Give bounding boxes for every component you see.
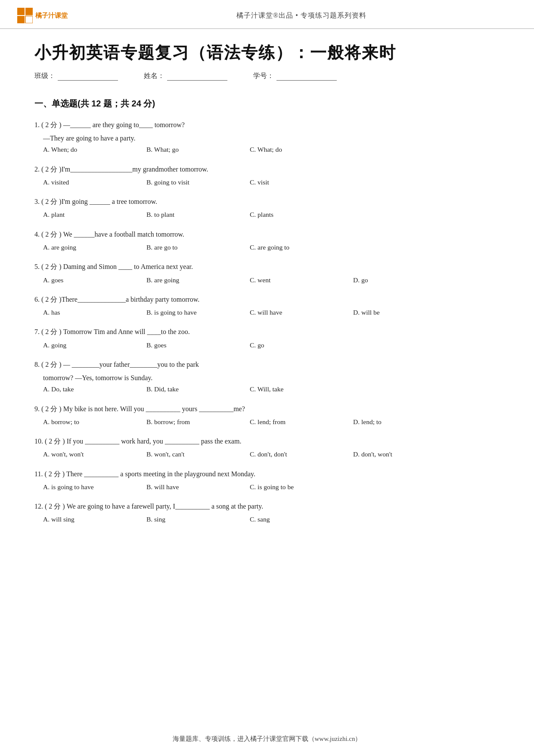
option-9-3: D. lend; to [353, 416, 439, 428]
options-row-5: A. goesB. are goingC. wentD. go [34, 275, 500, 286]
option-12-1: B. sing [146, 514, 233, 525]
option-1-2: C. What; do [250, 144, 336, 155]
question-3: 3. ( 2 分 )I'm going ______ a tree tomorr… [34, 196, 500, 221]
option-10-0: A. won't, won't [43, 449, 129, 460]
question-stem-4: 4. ( 2 分 ) We ______have a football matc… [34, 228, 500, 240]
class-field: 班级： [34, 72, 118, 81]
question-stem-11: 11. ( 2 分 ) There __________ a sports me… [34, 468, 500, 480]
main-content: 小升初英语专题复习（语法专练）：一般将来时 班级： 姓名： 学号： 一、单选题(… [0, 29, 534, 559]
option-4-0: A. are going [43, 242, 129, 253]
option-5-3: D. go [353, 275, 439, 286]
svg-rect-1 [25, 8, 33, 15]
option-1-1: B. What; go [146, 144, 233, 155]
svg-rect-3 [25, 16, 33, 23]
option-9-0: A. borrow; to [43, 416, 129, 428]
question-stem-8: 8. ( 2 分 ) — ________your father________… [34, 359, 500, 370]
id-field: 学号： [253, 72, 337, 81]
option-3-1: B. to plant [146, 209, 233, 220]
name-label: 姓名： [144, 72, 165, 81]
option-7-1: B. goes [146, 340, 233, 351]
name-field: 姓名： [144, 72, 227, 81]
options-row-9: A. borrow; toB. borrow; fromC. lend; fro… [34, 416, 500, 428]
logo-area: 橘子汁课堂 [17, 8, 86, 23]
option-11-1: B. will have [146, 481, 233, 493]
option-11-0: A. is going to have [43, 481, 129, 493]
class-underline [58, 72, 118, 81]
question-stem-9: 9. ( 2 分 ) My bike is not here. Will you… [34, 403, 500, 415]
options-row-1: A. When; doB. What; goC. What; do [34, 144, 500, 155]
option-10-1: B. won't, can't [146, 449, 233, 460]
option-2-1: B. going to visit [146, 177, 233, 188]
question-11: 11. ( 2 分 ) There __________ a sports me… [34, 468, 500, 493]
options-row-7: A. goingB. goesC. go [34, 340, 500, 351]
question-stem-5: 5. ( 2 分 ) Daming and Simon ____ to Amer… [34, 261, 500, 272]
question-sub-8: tomorrow? —Yes, tomorrow is Sunday. [34, 372, 500, 384]
option-5-1: B. are going [146, 275, 233, 286]
option-8-2: C. Will, take [250, 384, 336, 395]
svg-rect-0 [17, 8, 25, 15]
options-row-6: A. hasB. is going to haveC. will haveD. … [34, 307, 500, 318]
option-12-2: C. sang [250, 514, 336, 525]
id-label: 学号： [253, 72, 274, 81]
info-row: 班级： 姓名： 学号： [34, 72, 500, 81]
option-2-0: A. visited [43, 177, 129, 188]
options-row-10: A. won't, won'tB. won't, can'tC. don't, … [34, 449, 500, 460]
question-4: 4. ( 2 分 ) We ______have a football matc… [34, 228, 500, 253]
option-9-2: C. lend; from [250, 416, 336, 428]
question-stem-7: 7. ( 2 分 ) Tomorrow Tim and Anne will __… [34, 326, 500, 337]
option-5-0: A. goes [43, 275, 129, 286]
option-6-0: A. has [43, 307, 129, 318]
question-stem-3: 3. ( 2 分 )I'm going ______ a tree tomorr… [34, 196, 500, 207]
option-8-1: B. Did, take [146, 384, 233, 395]
options-row-8: A. Do, takeB. Did, takeC. Will, take [34, 384, 500, 395]
option-4-1: B. are go to [146, 242, 233, 253]
option-11-2: C. is going to be [250, 481, 336, 493]
id-underline [276, 72, 337, 81]
option-6-3: D. will be [353, 307, 439, 318]
option-10-2: C. don't, don't [250, 449, 336, 460]
question-8: 8. ( 2 分 ) — ________your father________… [34, 359, 500, 395]
question-sub-1: —They are going to have a party. [34, 132, 500, 144]
option-8-0: A. Do, take [43, 384, 129, 395]
options-row-12: A. will singB. singC. sang [34, 514, 500, 525]
question-6: 6. ( 2 分 )There______________a birthday … [34, 294, 500, 319]
option-12-0: A. will sing [43, 514, 129, 525]
options-row-4: A. are goingB. are go toC. are going to [34, 242, 500, 253]
name-underline [167, 72, 227, 81]
section1-title: 一、单选题(共 12 题；共 24 分) [34, 98, 500, 109]
question-stem-1: 1. ( 2 分 ) —______ are they going to____… [34, 119, 500, 131]
svg-rect-2 [17, 16, 25, 23]
question-9: 9. ( 2 分 ) My bike is not here. Will you… [34, 403, 500, 428]
question-stem-6: 6. ( 2 分 )There______________a birthday … [34, 294, 500, 305]
option-4-2: C. are going to [250, 242, 336, 253]
question-12: 12. ( 2 分 ) We are going to have a farew… [34, 500, 500, 525]
footer-text: 海量题库、专项训练，进入橘子汁课堂官网下载（www.juzizhi.cn） [173, 735, 362, 742]
question-10: 10. ( 2 分 ) If you __________ work hard,… [34, 435, 500, 460]
option-5-2: C. went [250, 275, 336, 286]
logo-icon [17, 8, 33, 23]
option-9-1: B. borrow; from [146, 416, 233, 428]
question-1: 1. ( 2 分 ) —______ are they going to____… [34, 119, 500, 156]
options-row-3: A. plantB. to plantC. plants [34, 209, 500, 220]
question-stem-2: 2. ( 2 分 )I'm__________________my grandm… [34, 163, 500, 175]
header: 橘子汁课堂 橘子汁课堂®出品 • 专项练习题系列资料 [0, 0, 534, 29]
question-stem-10: 10. ( 2 分 ) If you __________ work hard,… [34, 435, 500, 447]
options-row-11: A. is going to haveB. will haveC. is goi… [34, 481, 500, 493]
class-label: 班级： [34, 72, 55, 81]
header-title: 橘子汁课堂®出品 • 专项练习题系列资料 [86, 11, 517, 20]
option-1-0: A. When; do [43, 144, 129, 155]
option-10-3: D. don't, won't [353, 449, 439, 460]
question-5: 5. ( 2 分 ) Daming and Simon ____ to Amer… [34, 261, 500, 286]
option-6-1: B. is going to have [146, 307, 233, 318]
option-3-2: C. plants [250, 209, 336, 220]
page-title: 小升初英语专题复习（语法专练）：一般将来时 [34, 42, 500, 64]
questions-container: 1. ( 2 分 ) —______ are they going to____… [34, 119, 500, 525]
option-7-2: C. go [250, 340, 336, 351]
question-stem-12: 12. ( 2 分 ) We are going to have a farew… [34, 500, 500, 512]
question-7: 7. ( 2 分 ) Tomorrow Tim and Anne will __… [34, 326, 500, 351]
option-7-0: A. going [43, 340, 129, 351]
logo-text: 橘子汁课堂 [35, 12, 68, 20]
footer: 海量题库、专项训练，进入橘子汁课堂官网下载（www.juzizhi.cn） [0, 735, 534, 743]
option-6-2: C. will have [250, 307, 336, 318]
options-row-2: A. visitedB. going to visitC. visit [34, 177, 500, 188]
